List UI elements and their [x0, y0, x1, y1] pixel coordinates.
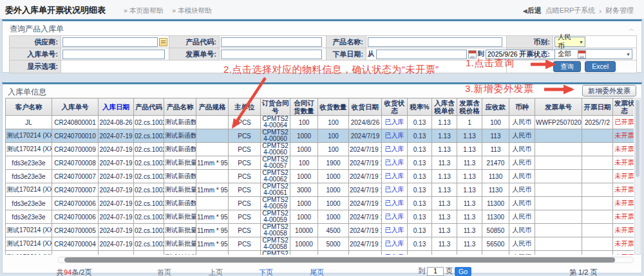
table-row[interactable]: 测试170214 (XX)CR2407000092024-07-1902.cs.…	[6, 143, 634, 156]
cell-invoice-price: 1	[457, 251, 482, 255]
invoice-status-select[interactable]: 全部▼	[554, 49, 632, 59]
cell-receive-status[interactable]: 已入库	[382, 224, 408, 237]
cell-receive-status[interactable]: 已入库	[382, 237, 408, 251]
cell-receipt-date: 2024-08-26	[99, 116, 134, 129]
cell-product-code: 01.VEL.10000	[134, 251, 164, 255]
column-header-invoice-date: 开票日期	[582, 98, 613, 116]
cell-receive-status[interactable]: 已入库	[382, 251, 408, 255]
cell-invoice-status: 未开票	[613, 170, 634, 183]
search-button[interactable]: 查询	[553, 61, 581, 72]
cell-tax-rate: 0.13	[408, 143, 432, 156]
first-page-link[interactable]: 首页	[157, 268, 171, 276]
breadcrumb-section[interactable]: 财务管理	[605, 6, 634, 15]
cell-invoice-status: 未开票	[613, 210, 634, 224]
table-row[interactable]: fds3e23e3eCR2407000062024-07-1902.cs.100…	[6, 197, 634, 210]
table-row[interactable]: JLCR2408000012024-08-2602.cs.100241测试新函数…	[6, 116, 634, 129]
table-row[interactable]: 测试170214 (XX)CR2407000052024-07-1902.cs.…	[6, 224, 634, 237]
cell-tax-rate: 0.13	[408, 129, 432, 143]
column-header-receipt-date[interactable]: 入库日期	[99, 98, 134, 116]
cell-product-spec: 11mm * 95m	[196, 237, 229, 251]
cell-receive-status[interactable]: 已入库	[382, 183, 408, 197]
cell-product-code: 02.cs.100241	[134, 143, 164, 156]
excel-button[interactable]: Excel	[585, 61, 616, 72]
cell-receive-status[interactable]: 已入库	[382, 129, 408, 143]
cell-invoice-no	[535, 183, 582, 197]
cell-currency: 人民币	[509, 197, 535, 210]
cell-receive-status[interactable]: 已入库	[382, 143, 408, 156]
cell-product-name: 测试新函数成	[164, 129, 196, 143]
page-number-input[interactable]	[427, 267, 444, 276]
cell-receive-status[interactable]: 已入库	[382, 116, 408, 129]
vertical-scrollbar-thumb[interactable]	[636, 100, 639, 177]
cell-receivable: 56500	[482, 237, 509, 251]
cell-receipt-no: CR240700007	[52, 170, 99, 183]
cell-receipt-date: 2024-07-19	[99, 143, 134, 156]
cell-receive-status[interactable]: 已入库	[382, 197, 408, 210]
cell-invoice-date	[582, 156, 613, 170]
table-row[interactable]: fds3e23e3eCR2407000072024-07-1902.cs.100…	[6, 170, 634, 183]
cell-product-name: 测试新批量领	[164, 156, 196, 170]
cell-invoice-status: 未开票	[613, 237, 634, 251]
cell-tax-rate: 0.13	[408, 210, 432, 224]
help-link-page[interactable]: » 本页面帮助	[124, 6, 163, 14]
supplier-input[interactable]	[62, 37, 158, 47]
go-button[interactable]: Go	[455, 267, 471, 276]
cell-invoice-date	[582, 183, 613, 197]
calendar-icon[interactable]	[578, 50, 586, 59]
supplier-picker-icon[interactable]	[159, 38, 167, 46]
breadcrumb-app[interactable]: 点晴ERP子系统	[545, 6, 596, 15]
cell-invoice-no	[535, 156, 582, 170]
cell-customer-name: fds3e23e3e	[6, 156, 52, 170]
cell-tax-rate: 0.13	[408, 183, 432, 197]
page-indicator: 第 1/2 页	[569, 268, 597, 276]
date-from-input[interactable]	[376, 50, 467, 59]
table-row[interactable]: fds3e23e3eCR2407000062024-07-1902.cs.100…	[6, 210, 634, 224]
currency-select[interactable]: 人民币▼	[554, 37, 585, 47]
next-page-link[interactable]: 下页	[259, 268, 273, 276]
cell-receive-status[interactable]: 已入库	[382, 156, 408, 170]
cell-customer-name: 测试170214 (XX)	[6, 251, 52, 255]
cell-tax-rate: 0.13	[408, 116, 432, 129]
receipt-no-input[interactable]	[62, 50, 165, 59]
cell-receive-status[interactable]: 已入库	[382, 170, 408, 183]
table-row[interactable]: 测试170214 (XX)CR2407000032024-07-1101.VEL…	[6, 251, 634, 255]
cell-invoice-price: 11.3	[457, 224, 482, 237]
product-name-input[interactable]	[368, 37, 502, 47]
last-page-link[interactable]: 尾页	[310, 268, 324, 276]
cell-receipt-no: CR240700005	[52, 224, 99, 237]
cell-receive-status[interactable]: 已入库	[382, 210, 408, 224]
vertical-scrollbar[interactable]	[634, 98, 641, 255]
help-link-module[interactable]: » 本模块帮助	[172, 6, 211, 14]
invoice-no-input[interactable]	[221, 50, 322, 59]
back-button[interactable]: ◀后退	[523, 6, 542, 15]
cell-invoice-price: 1	[457, 116, 482, 129]
cell-order-contract-no: CPMTS24-00058	[261, 224, 290, 237]
cell-invoice-date	[582, 210, 613, 224]
table-row[interactable]: 测试170214 (XX)CR2407000072024-07-1902.cs.…	[6, 183, 634, 197]
horizontal-scrollbar-thumb[interactable]	[64, 257, 615, 262]
back-icon: ◀	[523, 8, 527, 14]
cell-invoice-price: 11.3	[457, 197, 482, 210]
cell-invoice-price: 11.3	[457, 237, 482, 251]
prev-page-link[interactable]: 上页	[209, 268, 223, 276]
grid-section-title: 入库单信息	[8, 87, 46, 98]
cell-received-qty: 1000	[318, 183, 349, 197]
add-outsource-invoice-button[interactable]: 新增委外发票	[582, 85, 636, 97]
cell-product-name: 测试新函数成	[164, 197, 196, 210]
product-code-input[interactable]	[221, 37, 322, 47]
cell-product-code: 02.cs.100246	[134, 183, 164, 197]
table-row[interactable]: 测试170214 (XX)CR2407000042024-07-1902.cs.…	[6, 237, 634, 251]
cell-receipt-no: CR240700009	[52, 143, 99, 156]
cell-invoice-price: 11.3	[457, 210, 482, 224]
cell-product-spec: 11mm * 95m	[196, 224, 229, 237]
cell-receivable: 1	[482, 251, 509, 255]
table-row[interactable]: fds3e23e3eCR2407000082024-07-1902.cs.100…	[6, 156, 634, 170]
horizontal-scrollbar[interactable]	[57, 257, 634, 263]
cell-invoice-no	[535, 251, 582, 255]
cell-order-contract-no: CPMTS24-00059	[261, 210, 290, 224]
table-row[interactable]: 测试170214 (XX)CR2407000102024-07-1902.cs.…	[6, 129, 634, 143]
collapse-panel-icon[interactable]: ︿	[629, 24, 635, 33]
cell-invoice-status: 未开票	[613, 143, 634, 156]
cell-contract-qty: 10000	[290, 237, 318, 251]
cell-unit: PCS	[229, 116, 261, 129]
